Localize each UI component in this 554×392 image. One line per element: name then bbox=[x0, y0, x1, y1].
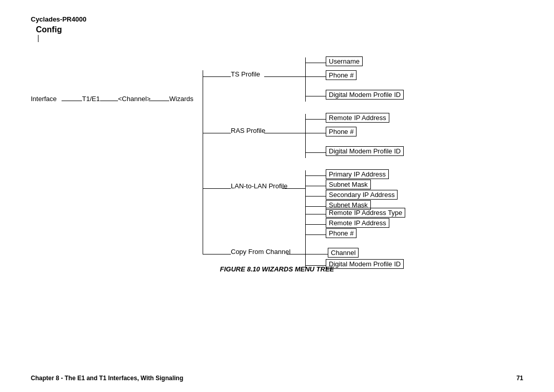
node-copy-channel: Copy From Channel bbox=[231, 248, 290, 256]
node-primary-ip: Primary IP Address bbox=[326, 169, 389, 179]
tree-diagram: Interface T1/E1 <Channel> Wizards TS Pro… bbox=[31, 45, 492, 260]
line-digital3 bbox=[305, 265, 326, 266]
line-remote-ip2 bbox=[305, 224, 326, 225]
node-interface: Interface bbox=[31, 95, 57, 103]
line-phone3 bbox=[305, 234, 326, 235]
node-ras-profile: RAS Profile bbox=[231, 127, 265, 134]
line-phone1 bbox=[305, 76, 326, 77]
line-wizards-copy bbox=[203, 254, 231, 254]
page-footer: Chapter 8 - The E1 and T1 Interfaces, Wi… bbox=[0, 375, 554, 382]
line-wizards-ras bbox=[203, 133, 231, 133]
line-phone2 bbox=[305, 133, 326, 133]
node-secondary-ip: Secondary IP Address bbox=[326, 190, 398, 200]
line-username bbox=[305, 63, 326, 63]
vline-ts bbox=[305, 57, 306, 102]
node-wizards: Wizards bbox=[169, 95, 193, 103]
line-ts-right bbox=[264, 76, 305, 77]
line-remote-type bbox=[305, 214, 326, 214]
config-vline bbox=[38, 35, 38, 42]
footer-left: Chapter 8 - The E1 and T1 Interfaces, Wi… bbox=[31, 375, 183, 382]
line-channel-wizards bbox=[149, 101, 169, 101]
line-interface-t1e1 bbox=[62, 101, 82, 101]
line-subnet1 bbox=[305, 186, 326, 186]
line-remote-ip bbox=[305, 119, 326, 120]
vline-ras bbox=[305, 114, 306, 158]
node-digital3: Digital Modem Profile ID bbox=[326, 259, 404, 269]
node-channel: <Channel> bbox=[118, 95, 151, 103]
config-title: Config bbox=[36, 25, 523, 34]
node-phone3: Phone # bbox=[326, 228, 357, 238]
node-t1e1: T1/E1 bbox=[82, 95, 100, 103]
node-phone1: Phone # bbox=[326, 70, 357, 80]
line-wizards-ts bbox=[203, 76, 231, 77]
node-digital1: Digital Modem Profile ID bbox=[326, 90, 404, 100]
line-lan-right bbox=[282, 188, 305, 189]
node-lan-profile: LAN-to-LAN Profile bbox=[231, 182, 288, 190]
node-subnet1: Subnet Mask bbox=[326, 180, 371, 189]
node-remote-ip2: Remote IP Address bbox=[326, 218, 389, 228]
node-ts-profile: TS Profile bbox=[231, 70, 260, 78]
line-primary-ip bbox=[305, 175, 326, 176]
line-digital2 bbox=[305, 152, 326, 153]
line-subnet2 bbox=[305, 206, 326, 207]
figure-caption: FIGURE 8.10 WIZARDS MENU TREE bbox=[31, 265, 523, 273]
line-wizards-lan bbox=[203, 188, 231, 189]
node-channel-box: Channel bbox=[328, 248, 359, 258]
device-name: Cyclades-PR4000 bbox=[31, 15, 523, 23]
vline-lan bbox=[305, 170, 306, 268]
node-digital2: Digital Modem Profile ID bbox=[326, 146, 404, 156]
node-username: Username bbox=[326, 56, 363, 66]
line-t1e1-channel bbox=[100, 101, 118, 101]
line-secondary-ip bbox=[305, 196, 326, 197]
node-phone2: Phone # bbox=[326, 127, 357, 136]
line-ras-right bbox=[264, 133, 305, 133]
footer-right: 71 bbox=[517, 375, 523, 382]
line-copy-channel bbox=[287, 254, 328, 254]
vline-wizards bbox=[203, 70, 203, 254]
node-remote-ip: Remote IP Address bbox=[326, 113, 389, 123]
node-remote-type: Remote IP Address Type bbox=[326, 208, 405, 218]
line-digital1 bbox=[305, 96, 326, 96]
